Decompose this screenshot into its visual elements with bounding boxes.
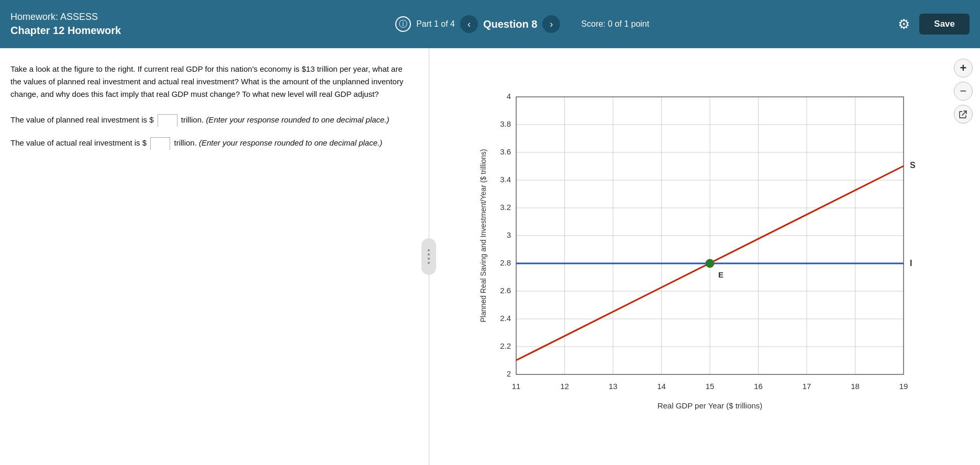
s-label: S [910, 161, 916, 170]
svg-text:12: 12 [560, 382, 569, 391]
save-button[interactable]: Save [919, 14, 970, 35]
zoom-in-button[interactable]: + [954, 59, 973, 78]
homework-title: Homework: ASSESS Chapter 12 Homework [10, 11, 147, 37]
input2-suffix: trillion. [174, 138, 196, 147]
svg-text:2.4: 2.4 [500, 314, 511, 323]
question-text: Take a look at the figure to the right. … [10, 63, 413, 101]
header: Homework: ASSESS Chapter 12 Homework ⓘ P… [0, 0, 980, 48]
external-link-button[interactable] [954, 105, 973, 124]
chart-controls: + − [954, 59, 973, 124]
right-panel: + − [429, 48, 980, 465]
part-label: Part 1 of 4 [416, 19, 455, 29]
chart-container: 11 12 13 14 15 16 17 18 19 2 2.2 2.4 2.6… [445, 59, 975, 460]
svg-text:2: 2 [507, 369, 511, 378]
svg-text:16: 16 [754, 382, 763, 391]
equilibrium-point [706, 259, 714, 268]
svg-text:14: 14 [657, 382, 666, 391]
svg-text:3.2: 3.2 [500, 203, 511, 212]
svg-text:13: 13 [609, 382, 618, 391]
svg-text:3: 3 [507, 230, 511, 239]
svg-text:2.8: 2.8 [500, 258, 511, 267]
next-button[interactable]: › [542, 15, 560, 33]
input2-prefix: The value of actual real investment is $ [10, 138, 147, 147]
left-panel: Take a look at the figure to the right. … [0, 48, 429, 465]
svg-text:18: 18 [851, 382, 860, 391]
actual-investment-input-wrapper [150, 137, 170, 150]
header-nav: ⓘ Part 1 of 4 ‹ Question 8 › Score: 0 of… [156, 15, 888, 33]
svg-text:2.6: 2.6 [500, 286, 511, 295]
input2-italic: (Enter your response rounded to one deci… [199, 138, 382, 147]
divider-handle[interactable] [421, 238, 436, 275]
svg-text:3.4: 3.4 [500, 175, 511, 184]
score-label: Score: 0 of 1 point [581, 19, 649, 29]
zoom-out-button[interactable]: − [954, 82, 973, 101]
title-line2: Chapter 12 Homework [10, 25, 121, 36]
economics-chart: 11 12 13 14 15 16 17 18 19 2 2.2 2.4 2.6… [474, 81, 945, 437]
svg-text:11: 11 [512, 382, 521, 391]
question-label: Question 8 [483, 18, 537, 30]
content-area: Take a look at the figure to the right. … [0, 48, 980, 465]
info-icon[interactable]: ⓘ [395, 16, 411, 32]
svg-text:19: 19 [899, 382, 908, 391]
svg-text:4: 4 [507, 92, 511, 101]
planned-investment-input-wrapper [158, 114, 177, 127]
equilibrium-label: E [718, 270, 723, 279]
input1-italic: (Enter your response rounded to one deci… [206, 115, 389, 124]
prev-button[interactable]: ‹ [460, 15, 478, 33]
svg-text:Real GDP per Year ($ trillions: Real GDP per Year ($ trillions) [658, 401, 763, 410]
input1-prefix: The value of planned real investment is … [10, 115, 154, 124]
answer-row-1: The value of planned real investment is … [10, 113, 413, 127]
svg-text:Planned Real Saving and Invest: Planned Real Saving and Investment/Year … [479, 149, 487, 322]
gear-button[interactable]: ⚙ [898, 16, 910, 32]
input1-suffix: trillion. [181, 115, 204, 124]
svg-text:17: 17 [803, 382, 811, 391]
svg-text:15: 15 [706, 382, 715, 391]
divider-dots [428, 249, 430, 264]
i-label: I [910, 259, 912, 268]
svg-text:3.6: 3.6 [500, 147, 511, 156]
answer-row-2: The value of actual real investment is $… [10, 136, 413, 150]
svg-text:2.2: 2.2 [500, 341, 511, 350]
planned-investment-input[interactable] [158, 116, 177, 127]
actual-investment-input[interactable] [151, 139, 170, 150]
title-line1: Homework: ASSESS [10, 12, 98, 22]
svg-text:3.8: 3.8 [500, 119, 511, 128]
